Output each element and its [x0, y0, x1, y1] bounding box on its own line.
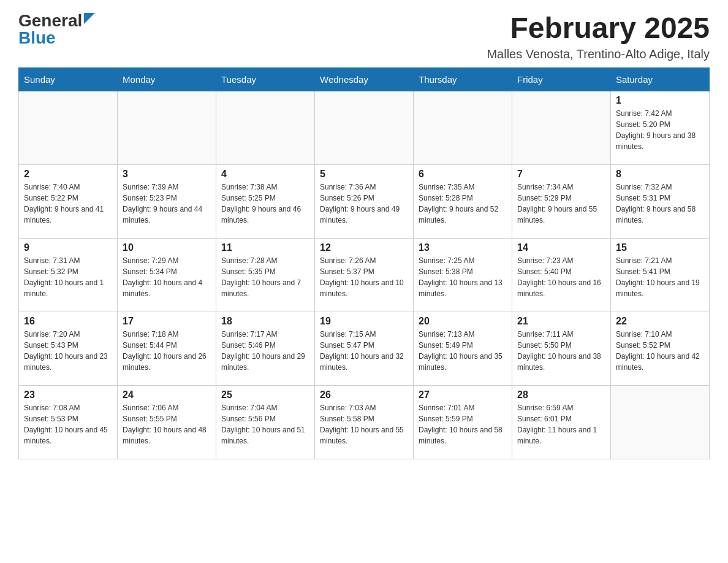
day-number: 1 — [616, 95, 704, 106]
logo-blue: Blue — [18, 29, 56, 47]
calendar-week-3: 9Sunrise: 7:31 AM Sunset: 5:32 PM Daylig… — [19, 238, 710, 312]
calendar-cell — [512, 91, 611, 164]
day-number: 6 — [419, 169, 507, 180]
calendar-week-5: 23Sunrise: 7:08 AM Sunset: 5:53 PM Dayli… — [19, 385, 710, 459]
day-info: Sunrise: 7:13 AM Sunset: 5:49 PM Dayligh… — [419, 329, 507, 373]
day-info: Sunrise: 7:36 AM Sunset: 5:26 PM Dayligh… — [320, 182, 408, 226]
day-number: 9 — [24, 242, 112, 253]
calendar-cell: 25Sunrise: 7:04 AM Sunset: 5:56 PM Dayli… — [216, 385, 315, 459]
calendar-cell: 6Sunrise: 7:35 AM Sunset: 5:28 PM Daylig… — [414, 164, 512, 238]
day-number: 28 — [517, 389, 605, 400]
weekday-header-tuesday: Tuesday — [216, 67, 315, 91]
day-number: 25 — [221, 389, 309, 400]
calendar-cell: 7Sunrise: 7:34 AM Sunset: 5:29 PM Daylig… — [512, 164, 611, 238]
logo: General Blue — [18, 12, 95, 47]
calendar-cell: 22Sunrise: 7:10 AM Sunset: 5:52 PM Dayli… — [611, 312, 710, 385]
day-number: 5 — [320, 169, 408, 180]
day-info: Sunrise: 7:28 AM Sunset: 5:35 PM Dayligh… — [221, 255, 309, 299]
calendar-cell: 3Sunrise: 7:39 AM Sunset: 5:23 PM Daylig… — [118, 164, 216, 238]
day-number: 10 — [123, 242, 211, 253]
calendar-cell: 21Sunrise: 7:11 AM Sunset: 5:50 PM Dayli… — [512, 312, 611, 385]
weekday-header-monday: Monday — [118, 67, 216, 91]
day-info: Sunrise: 7:40 AM Sunset: 5:22 PM Dayligh… — [24, 182, 112, 226]
calendar-cell — [611, 385, 710, 459]
day-number: 23 — [24, 389, 112, 400]
day-info: Sunrise: 7:34 AM Sunset: 5:29 PM Dayligh… — [517, 182, 605, 226]
logo-general: General — [18, 12, 82, 29]
calendar-cell: 15Sunrise: 7:21 AM Sunset: 5:41 PM Dayli… — [611, 238, 710, 312]
weekday-header-wednesday: Wednesday — [315, 67, 414, 91]
calendar-cell: 24Sunrise: 7:06 AM Sunset: 5:55 PM Dayli… — [118, 385, 216, 459]
day-info: Sunrise: 7:20 AM Sunset: 5:43 PM Dayligh… — [24, 329, 112, 373]
day-info: Sunrise: 7:06 AM Sunset: 5:55 PM Dayligh… — [123, 402, 211, 446]
calendar-cell: 23Sunrise: 7:08 AM Sunset: 5:53 PM Dayli… — [19, 385, 118, 459]
calendar-cell — [414, 91, 512, 164]
calendar-cell: 10Sunrise: 7:29 AM Sunset: 5:34 PM Dayli… — [118, 238, 216, 312]
day-number: 15 — [616, 242, 704, 253]
calendar-cell: 13Sunrise: 7:25 AM Sunset: 5:38 PM Dayli… — [414, 238, 512, 312]
day-number: 11 — [221, 242, 309, 253]
calendar-cell: 19Sunrise: 7:15 AM Sunset: 5:47 PM Dayli… — [315, 312, 414, 385]
calendar-cell: 26Sunrise: 7:03 AM Sunset: 5:58 PM Dayli… — [315, 385, 414, 459]
calendar-cell: 18Sunrise: 7:17 AM Sunset: 5:46 PM Dayli… — [216, 312, 315, 385]
day-number: 4 — [221, 169, 309, 180]
svg-marker-0 — [84, 13, 95, 24]
calendar-cell: 28Sunrise: 6:59 AM Sunset: 6:01 PM Dayli… — [512, 385, 611, 459]
day-info: Sunrise: 7:31 AM Sunset: 5:32 PM Dayligh… — [24, 255, 112, 299]
weekday-header-sunday: Sunday — [19, 67, 118, 91]
day-info: Sunrise: 7:08 AM Sunset: 5:53 PM Dayligh… — [24, 402, 112, 446]
calendar-cell: 17Sunrise: 7:18 AM Sunset: 5:44 PM Dayli… — [118, 312, 216, 385]
day-number: 27 — [419, 389, 507, 400]
calendar-cell — [216, 91, 315, 164]
day-info: Sunrise: 7:11 AM Sunset: 5:50 PM Dayligh… — [517, 329, 605, 373]
subtitle: Malles Venosta, Trentino-Alto Adige, Ita… — [487, 47, 710, 61]
day-info: Sunrise: 7:23 AM Sunset: 5:40 PM Dayligh… — [517, 255, 605, 299]
day-info: Sunrise: 7:32 AM Sunset: 5:31 PM Dayligh… — [616, 182, 704, 226]
day-number: 19 — [320, 316, 408, 327]
day-number: 21 — [517, 316, 605, 327]
day-number: 3 — [123, 169, 211, 180]
day-number: 7 — [517, 169, 605, 180]
logo-arrow-icon — [84, 13, 95, 26]
day-info: Sunrise: 6:59 AM Sunset: 6:01 PM Dayligh… — [517, 402, 605, 446]
weekday-header-row: SundayMondayTuesdayWednesdayThursdayFrid… — [19, 67, 710, 91]
calendar-cell: 14Sunrise: 7:23 AM Sunset: 5:40 PM Dayli… — [512, 238, 611, 312]
day-info: Sunrise: 7:04 AM Sunset: 5:56 PM Dayligh… — [221, 402, 309, 446]
day-info: Sunrise: 7:42 AM Sunset: 5:20 PM Dayligh… — [616, 108, 704, 152]
calendar-cell: 27Sunrise: 7:01 AM Sunset: 5:59 PM Dayli… — [414, 385, 512, 459]
day-number: 2 — [24, 169, 112, 180]
calendar-cell: 11Sunrise: 7:28 AM Sunset: 5:35 PM Dayli… — [216, 238, 315, 312]
day-info: Sunrise: 7:10 AM Sunset: 5:52 PM Dayligh… — [616, 329, 704, 373]
day-number: 22 — [616, 316, 704, 327]
weekday-header-saturday: Saturday — [611, 67, 710, 91]
day-number: 20 — [419, 316, 507, 327]
weekday-header-friday: Friday — [512, 67, 611, 91]
calendar-week-1: 1Sunrise: 7:42 AM Sunset: 5:20 PM Daylig… — [19, 91, 710, 164]
calendar-cell: 4Sunrise: 7:38 AM Sunset: 5:25 PM Daylig… — [216, 164, 315, 238]
day-info: Sunrise: 7:03 AM Sunset: 5:58 PM Dayligh… — [320, 402, 408, 446]
day-number: 17 — [123, 316, 211, 327]
title-section: February 2025 Malles Venosta, Trentino-A… — [487, 12, 710, 61]
day-number: 18 — [221, 316, 309, 327]
day-info: Sunrise: 7:15 AM Sunset: 5:47 PM Dayligh… — [320, 329, 408, 373]
day-number: 26 — [320, 389, 408, 400]
calendar-cell: 1Sunrise: 7:42 AM Sunset: 5:20 PM Daylig… — [611, 91, 710, 164]
day-info: Sunrise: 7:21 AM Sunset: 5:41 PM Dayligh… — [616, 255, 704, 299]
day-info: Sunrise: 7:38 AM Sunset: 5:25 PM Dayligh… — [221, 182, 309, 226]
calendar-cell — [118, 91, 216, 164]
calendar-cell: 2Sunrise: 7:40 AM Sunset: 5:22 PM Daylig… — [19, 164, 118, 238]
calendar-cell: 20Sunrise: 7:13 AM Sunset: 5:49 PM Dayli… — [414, 312, 512, 385]
calendar-week-2: 2Sunrise: 7:40 AM Sunset: 5:22 PM Daylig… — [19, 164, 710, 238]
calendar-cell: 5Sunrise: 7:36 AM Sunset: 5:26 PM Daylig… — [315, 164, 414, 238]
day-info: Sunrise: 7:39 AM Sunset: 5:23 PM Dayligh… — [123, 182, 211, 226]
calendar-table: SundayMondayTuesdayWednesdayThursdayFrid… — [18, 67, 710, 459]
day-info: Sunrise: 7:26 AM Sunset: 5:37 PM Dayligh… — [320, 255, 408, 299]
day-info: Sunrise: 7:01 AM Sunset: 5:59 PM Dayligh… — [419, 402, 507, 446]
calendar-cell: 9Sunrise: 7:31 AM Sunset: 5:32 PM Daylig… — [19, 238, 118, 312]
day-number: 16 — [24, 316, 112, 327]
day-info: Sunrise: 7:35 AM Sunset: 5:28 PM Dayligh… — [419, 182, 507, 226]
calendar-cell — [315, 91, 414, 164]
day-number: 14 — [517, 242, 605, 253]
calendar-cell: 16Sunrise: 7:20 AM Sunset: 5:43 PM Dayli… — [19, 312, 118, 385]
day-number: 12 — [320, 242, 408, 253]
